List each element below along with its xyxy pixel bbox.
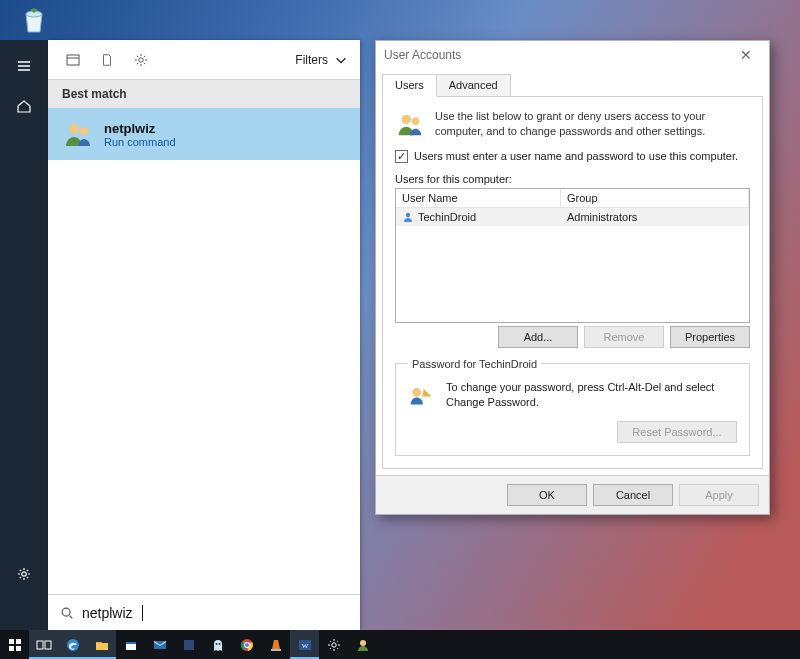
password-groupbox: Password for TechinDroid To change your … xyxy=(395,358,750,456)
filters-dropdown[interactable]: Filters xyxy=(295,53,352,67)
taskbar-user-icon[interactable] xyxy=(348,630,377,659)
properties-button[interactable]: Properties xyxy=(670,326,750,348)
svg-rect-12 xyxy=(16,639,21,644)
filters-label: Filters xyxy=(295,53,328,67)
start-results-panel: Filters Best match netplwiz Run command … xyxy=(48,40,360,630)
chevron-down-icon xyxy=(334,53,348,67)
dialog-button-row: OK Cancel Apply xyxy=(376,475,769,514)
column-group[interactable]: Group xyxy=(561,189,749,207)
people-icon xyxy=(62,118,94,150)
svg-point-7 xyxy=(402,115,411,124)
svg-rect-16 xyxy=(45,641,51,649)
hamburger-icon[interactable] xyxy=(0,46,48,86)
svg-rect-19 xyxy=(184,640,194,650)
apps-view-icon[interactable] xyxy=(56,46,90,74)
list-header: User Name Group xyxy=(396,189,749,208)
start-toolbar: Filters xyxy=(48,40,360,80)
search-result-netplwiz[interactable]: netplwiz Run command xyxy=(48,108,360,160)
users-listbox[interactable]: User Name Group TechinDroid Administrato… xyxy=(395,188,750,323)
apply-button: Apply xyxy=(679,484,759,506)
recycle-bin-icon[interactable] xyxy=(18,4,50,36)
add-button[interactable]: Add... xyxy=(498,326,578,348)
dialog-titlebar[interactable]: User Accounts ✕ xyxy=(376,41,769,69)
svg-rect-2 xyxy=(67,55,79,65)
checkbox-checked-icon xyxy=(395,150,408,163)
svg-point-4 xyxy=(69,124,79,134)
taskbar-chrome-icon[interactable] xyxy=(232,630,261,659)
svg-point-3 xyxy=(139,57,143,61)
tab-users[interactable]: Users xyxy=(382,74,437,97)
tab-users-body: Use the list below to grant or deny user… xyxy=(382,96,763,469)
users-list-section: Users for this computer: User Name Group… xyxy=(395,173,750,348)
search-input-value: netplwiz xyxy=(82,605,133,621)
svg-point-24 xyxy=(245,643,249,647)
taskbar-ghost-icon[interactable] xyxy=(203,630,232,659)
remove-button: Remove xyxy=(584,326,664,348)
svg-rect-11 xyxy=(9,639,14,644)
intro-row: Use the list below to grant or deny user… xyxy=(395,109,750,140)
user-icon xyxy=(402,211,414,223)
user-accounts-dialog: User Accounts ✕ Users Advanced Use the l… xyxy=(375,40,770,515)
svg-rect-13 xyxy=(9,646,14,651)
home-icon[interactable] xyxy=(0,86,48,126)
ok-button[interactable]: OK xyxy=(507,484,587,506)
start-search-panel: Filters Best match netplwiz Run command … xyxy=(0,40,360,630)
svg-point-9 xyxy=(406,213,410,217)
taskbar: W xyxy=(0,630,800,659)
gear-icon[interactable] xyxy=(124,46,158,74)
search-icon xyxy=(60,606,74,620)
taskbar-explorer-icon[interactable] xyxy=(87,630,116,659)
taskbar-app-icon-1[interactable] xyxy=(174,630,203,659)
text-caret xyxy=(142,605,143,621)
svg-point-28 xyxy=(331,642,335,646)
taskbar-mail-icon[interactable] xyxy=(145,630,174,659)
dialog-tabs: Users Advanced xyxy=(376,69,769,97)
taskbar-edge-icon[interactable] xyxy=(58,630,87,659)
svg-point-10 xyxy=(412,388,421,397)
search-input[interactable]: netplwiz xyxy=(48,594,360,630)
password-help-text: To change your password, press Ctrl-Alt-… xyxy=(446,380,737,411)
cell-group: Administrators xyxy=(567,211,637,223)
svg-point-5 xyxy=(80,127,88,135)
best-match-heading: Best match xyxy=(48,80,360,108)
password-group-label: Password for TechinDroid xyxy=(408,358,541,370)
column-username[interactable]: User Name xyxy=(396,189,561,207)
people-icon xyxy=(395,109,425,139)
result-subtitle: Run command xyxy=(104,136,176,148)
svg-rect-14 xyxy=(16,646,21,651)
key-icon xyxy=(408,380,436,408)
cancel-button[interactable]: Cancel xyxy=(593,484,673,506)
taskbar-store-icon[interactable] xyxy=(116,630,145,659)
require-login-checkbox[interactable]: Users must enter a user name and passwor… xyxy=(395,150,750,163)
svg-rect-15 xyxy=(37,641,43,649)
svg-point-29 xyxy=(360,640,366,646)
close-icon[interactable]: ✕ xyxy=(731,47,761,63)
svg-point-20 xyxy=(215,643,217,645)
start-button[interactable] xyxy=(0,630,29,659)
svg-rect-25 xyxy=(271,649,281,651)
document-icon[interactable] xyxy=(90,46,124,74)
dialog-title: User Accounts xyxy=(384,48,461,62)
tab-advanced[interactable]: Advanced xyxy=(437,74,511,97)
task-view-icon[interactable] xyxy=(29,630,58,659)
result-title: netplwiz xyxy=(104,121,176,136)
svg-text:W: W xyxy=(301,642,308,650)
taskbar-settings-icon[interactable] xyxy=(319,630,348,659)
taskbar-vlc-icon[interactable] xyxy=(261,630,290,659)
users-for-computer-label: Users for this computer: xyxy=(395,173,750,185)
svg-point-21 xyxy=(218,643,220,645)
svg-point-6 xyxy=(62,608,70,616)
start-left-rail xyxy=(0,40,48,630)
table-row[interactable]: TechinDroid Administrators xyxy=(396,208,749,226)
results-empty-area xyxy=(48,160,360,594)
intro-text: Use the list below to grant or deny user… xyxy=(435,109,750,140)
cell-username: TechinDroid xyxy=(418,211,476,223)
taskbar-word-icon[interactable]: W xyxy=(290,630,319,659)
reset-password-button: Reset Password... xyxy=(617,421,737,443)
svg-point-1 xyxy=(22,572,26,576)
settings-gear-icon[interactable] xyxy=(0,554,48,594)
svg-point-8 xyxy=(412,117,420,125)
checkbox-label: Users must enter a user name and passwor… xyxy=(414,150,738,162)
